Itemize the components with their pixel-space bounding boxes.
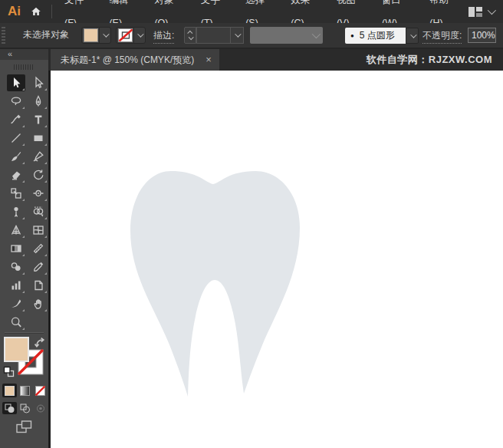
tooth-path[interactable] <box>130 171 300 397</box>
gradient-button[interactable] <box>18 384 32 397</box>
fill-proxy[interactable] <box>4 337 29 362</box>
eyedropper-tool-icon <box>31 260 45 274</box>
workspace-icon <box>468 6 483 18</box>
workspace-switcher[interactable] <box>468 6 503 18</box>
puppet-warp-tool[interactable] <box>7 203 25 220</box>
document-tab[interactable]: 未标题-1* @ 150% (CMYK/预览) × <box>51 49 219 71</box>
line-segment-tool[interactable] <box>7 130 25 147</box>
draw-behind-button[interactable] <box>18 402 32 414</box>
stroke-dropdown-button[interactable] <box>133 28 145 43</box>
eraser-tool[interactable] <box>7 166 25 183</box>
draw-normal-icon <box>5 404 15 413</box>
document-tab-bar: 未标题-1* @ 150% (CMYK/预览) × 软件自学网：RJZXW.CO… <box>48 49 503 71</box>
panel-grip-handle[interactable] <box>2 27 5 44</box>
none-chip-icon <box>35 386 45 396</box>
fill-color-dropdown[interactable] <box>81 27 111 44</box>
draw-inside-button <box>33 402 48 414</box>
perspective-grid-tool[interactable] <box>7 222 25 239</box>
selection-status: 未选择对象 <box>23 23 69 46</box>
zoom-tool-icon <box>9 315 23 329</box>
brush-dropdown-button[interactable] <box>406 28 419 44</box>
fill-color-swatch[interactable] <box>84 28 98 42</box>
column-graph-tool-icon <box>9 278 23 292</box>
artboard-canvas[interactable] <box>51 71 503 448</box>
opacity-input[interactable]: 100% <box>468 28 496 43</box>
stroke-none-swatch[interactable] <box>118 28 133 42</box>
rotate-tool[interactable] <box>29 166 48 183</box>
hand-tool[interactable] <box>29 295 48 312</box>
curvature-tool[interactable] <box>7 111 25 128</box>
drawing-mode-buttons <box>2 402 48 414</box>
tools-divider <box>5 332 44 333</box>
menubar-divider <box>51 5 52 18</box>
blend-tool[interactable] <box>7 259 25 275</box>
tooth-shape[interactable] <box>130 170 300 397</box>
gradient-tool[interactable] <box>7 240 25 257</box>
width-tool-icon <box>31 186 45 200</box>
gradient-tool-icon <box>9 242 23 255</box>
chevron-down-icon <box>312 30 321 38</box>
draw-inside-icon <box>35 404 46 413</box>
none-button[interactable] <box>33 384 48 397</box>
curvature-tool-icon <box>9 113 23 127</box>
stroke-weight-input[interactable] <box>196 27 231 44</box>
eyedropper-tool[interactable] <box>29 259 48 275</box>
stroke-weight-label[interactable]: 描边: <box>153 29 174 44</box>
default-fill-stroke-button[interactable] <box>3 366 15 380</box>
watermark-text: 软件自学网：RJZXW.COM <box>367 49 492 71</box>
lasso-tool[interactable] <box>7 93 25 110</box>
collapse-panel-icon[interactable]: « <box>8 49 12 58</box>
perspective-grid-tool-icon <box>9 223 23 237</box>
shape-builder-tool-icon <box>31 205 45 219</box>
scale-tool[interactable] <box>7 185 25 202</box>
tools-panel-grip[interactable] <box>14 64 35 70</box>
brush-definition-field[interactable]: ● 5 点圆形 <box>345 28 406 44</box>
control-bar: 未选择对象 描边: ● 5 点圆形 不透明度: 100% <box>0 23 503 49</box>
draw-behind-icon <box>20 404 31 413</box>
artboard-tool[interactable] <box>29 277 48 294</box>
color-chip <box>5 386 15 396</box>
measure-tool[interactable] <box>29 240 48 257</box>
shaper-tool[interactable] <box>29 148 48 165</box>
column-graph-tool[interactable] <box>7 277 25 294</box>
width-tool[interactable] <box>29 185 48 202</box>
selection-tool[interactable] <box>7 74 25 91</box>
stroke-weight-dropdown-button[interactable] <box>230 27 244 44</box>
direct-selection-tool[interactable] <box>29 74 48 91</box>
paintbrush-tool[interactable] <box>7 148 25 165</box>
swap-fill-stroke-button[interactable] <box>35 338 46 351</box>
brush-definition-value: 5 点圆形 <box>360 29 395 42</box>
stepper-down-icon[interactable] <box>188 35 193 40</box>
pen-tool[interactable] <box>29 93 48 110</box>
pen-tool-icon <box>31 94 45 108</box>
tools-panel-header[interactable]: « <box>0 49 48 60</box>
draw-normal-button[interactable] <box>2 402 17 414</box>
screen-mode-button[interactable] <box>16 420 32 436</box>
document-tab-title: 未标题-1* @ 150% (CMYK/预览) <box>61 54 194 67</box>
chevron-down-icon <box>410 31 416 38</box>
mesh-tool[interactable] <box>29 222 48 239</box>
zoom-tool[interactable] <box>7 314 25 331</box>
fill-dropdown-button[interactable] <box>99 28 110 43</box>
screen-mode-icon <box>16 420 32 433</box>
type-tool-icon <box>31 113 45 127</box>
opacity-label[interactable]: 不透明度: <box>422 29 462 44</box>
slice-tool[interactable] <box>7 295 25 312</box>
home-button[interactable] <box>28 3 44 20</box>
type-tool[interactable] <box>29 111 48 128</box>
menu-item-list: 文件(F)编辑(E)对象(O)文字(T)选择(S)效果(C)视图(V)窗口(W)… <box>57 0 468 23</box>
menu-bar: Ai 文件(F)编辑(E)对象(O)文字(T)选择(S)效果(C)视图(V)窗口… <box>0 0 503 23</box>
none-indicator-icon <box>119 29 133 41</box>
line-segment-tool-icon <box>9 131 23 145</box>
rectangle-tool[interactable] <box>29 130 48 147</box>
puppet-warp-tool-icon <box>9 205 23 219</box>
stroke-color-dropdown[interactable] <box>116 27 146 44</box>
direct-selection-tool-icon <box>31 76 45 90</box>
hand-tool-icon <box>31 297 45 311</box>
illustrator-window: { "app": { "logo_text": "Ai" }, "colors"… <box>0 0 503 448</box>
shape-builder-tool[interactable] <box>29 203 48 220</box>
color-button[interactable] <box>2 384 17 397</box>
stroke-weight-stepper[interactable] <box>184 27 196 44</box>
app-logo: Ai <box>0 4 28 19</box>
tab-close-button[interactable]: × <box>205 55 212 64</box>
